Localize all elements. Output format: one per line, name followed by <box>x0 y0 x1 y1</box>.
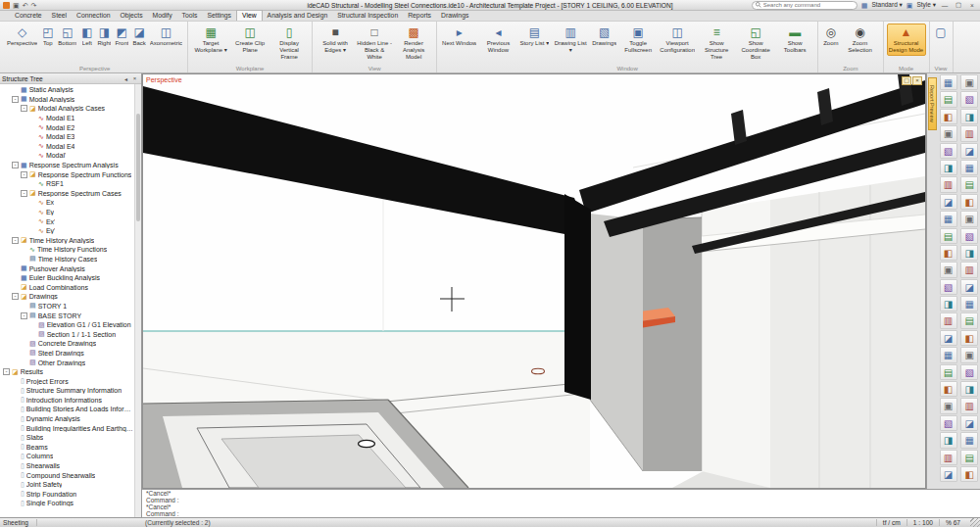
tree-item-joint-safety[interactable]: +▯Joint Safety <box>0 480 134 490</box>
tool-icon[interactable]: ▤ <box>940 364 957 380</box>
tab-steel[interactable]: Steel <box>47 11 73 21</box>
tree-item-introduction-informations[interactable]: +▯Introduction Informations <box>0 396 134 406</box>
zoom-indicator[interactable]: % 67 <box>939 519 966 526</box>
tree-item-single-footings[interactable]: +▯Single Footings <box>0 499 134 508</box>
units-indicator[interactable]: tf / cm <box>876 519 906 526</box>
resize-grip[interactable] <box>970 518 980 527</box>
tab-analysis-and-design[interactable]: Analysis and Design <box>263 11 333 21</box>
viewport-configuration-button[interactable]: ◫Viewport Configuration <box>658 24 697 56</box>
zoom-button[interactable]: ◎Zoom <box>821 24 840 49</box>
tool-icon[interactable]: ◨ <box>940 296 957 311</box>
tab-connection[interactable]: Connection <box>72 11 115 21</box>
layers-icon[interactable]: ▦ <box>861 1 868 10</box>
top-button[interactable]: ◰Top <box>39 24 56 49</box>
previous-window-button[interactable]: ◂Previous Window <box>478 24 517 56</box>
expander-icon[interactable]: - <box>12 162 19 168</box>
tab-concrete[interactable]: Concrete <box>10 11 47 21</box>
model-3d-scene[interactable] <box>143 74 925 488</box>
tool-icon[interactable]: ◨ <box>960 381 978 397</box>
tool-icon[interactable]: ▧ <box>960 91 978 107</box>
axonometric-button[interactable]: ◫Axonometric <box>148 24 184 49</box>
tree-item-time-history-analysis[interactable]: -◪Time History Analysis <box>0 236 134 246</box>
target-workplane-button[interactable]: ▦Target Workplane ▾ <box>191 24 230 56</box>
close-button[interactable]: × <box>967 2 977 9</box>
tool-icon[interactable]: ◪ <box>960 279 978 295</box>
tree-item-results[interactable]: -◪Results <box>0 367 134 377</box>
story-list-button[interactable]: ▤Story List ▾ <box>517 24 551 49</box>
tool-icon[interactable]: ◧ <box>960 330 978 346</box>
save-icon[interactable]: ▣ <box>13 1 20 10</box>
tree-item-steel-drawings[interactable]: +▨Steel Drawings <box>0 349 134 359</box>
hidden-line-black-white-button[interactable]: □Hidden Line - Black & White <box>355 24 394 63</box>
tree-item-ex[interactable]: +∿Ex <box>0 198 134 208</box>
tool-icon[interactable]: ◪ <box>960 415 978 431</box>
back-button[interactable]: ◪Back <box>130 24 147 49</box>
tree-item-other-drawings[interactable]: +▨Other Drawings <box>0 358 134 367</box>
create-clip-plane-button[interactable]: ◫Create Clip Plane <box>230 24 270 56</box>
tree-item-concrete-drawings[interactable]: +▨Concrete Drawings <box>0 339 134 349</box>
walls[interactable] <box>643 176 925 488</box>
tool-icon[interactable]: ▧ <box>940 279 957 295</box>
tree-item-drawings[interactable]: -◪Drawings <box>0 292 134 302</box>
status-mode[interactable]: Sheeting <box>0 519 37 526</box>
tree-item-static-analysis[interactable]: +▦Static Analysis <box>0 85 134 95</box>
tool-icon[interactable]: ▣ <box>960 347 978 362</box>
redo-icon[interactable]: ↷ <box>31 1 37 10</box>
tool-icon[interactable]: ▧ <box>940 415 957 431</box>
tree-item-shearwalls[interactable]: +▯Shearwalls <box>0 461 134 471</box>
tree-item-modal-e4[interactable]: +∿Modal E4 <box>0 142 134 152</box>
tree-item-elevation-g1-g1-elevation[interactable]: +▨Elevation G1 / G1 Elevation <box>0 320 134 330</box>
tab-drawings[interactable]: Drawings <box>436 11 473 21</box>
tree-item-section-1-1-1-section[interactable]: +▨Section 1 / 1-1 Section <box>0 329 134 339</box>
tree-item-dynamic-analysis[interactable]: +▯Dynamic Analysis <box>0 414 134 424</box>
tool-icon[interactable]: ▥ <box>960 125 978 141</box>
tool-icon[interactable]: ▧ <box>960 228 978 244</box>
command-search-box[interactable] <box>752 1 858 10</box>
tree-item-modal-e3[interactable]: +∿Modal E3 <box>0 132 134 142</box>
tree-item-structure-summary-information[interactable]: +▯Structure Summary Information <box>0 386 134 396</box>
show-coordinate-box-button[interactable]: ◱Show Coordinate Box <box>736 24 775 63</box>
tool-icon[interactable]: ▦ <box>940 74 957 90</box>
tree-scrollbar[interactable] <box>134 84 141 517</box>
tool-icon[interactable]: ◨ <box>960 245 978 261</box>
scale-indicator[interactable]: 1 : 100 <box>906 519 939 526</box>
tool-icon[interactable]: ◪ <box>940 330 957 346</box>
perspective-button[interactable]: ◇Perspective <box>5 24 39 49</box>
tool-icon[interactable]: ◪ <box>960 143 978 159</box>
expander-icon[interactable]: - <box>21 190 27 197</box>
tool-icon[interactable]: ▣ <box>960 74 978 90</box>
tree-item-modal[interactable]: +∿Modal' <box>0 151 134 161</box>
ribbon-button[interactable]: ▢ <box>933 24 950 42</box>
expander-icon[interactable]: - <box>3 368 10 375</box>
tree-item-slabs[interactable]: +▯Slabs <box>0 433 134 443</box>
tool-icon[interactable]: ◨ <box>940 432 957 448</box>
viewport-restore-icon[interactable]: ▢ <box>902 76 911 85</box>
tool-icon[interactable]: ▥ <box>960 398 978 413</box>
style-dropdown[interactable]: Style ▾ <box>916 1 936 9</box>
tree-item-time-history-cases[interactable]: +▤Time History Cases <box>0 255 134 264</box>
expander-icon[interactable]: - <box>12 237 19 244</box>
toggle-fullscreen-button[interactable]: ▣Toggle Fullscreen <box>618 24 658 56</box>
report-preview-tab[interactable]: Report Preview <box>928 77 937 130</box>
tool-icon[interactable]: ◧ <box>940 245 957 261</box>
tool-icon[interactable]: ▦ <box>940 347 957 362</box>
structural-design-mode-button[interactable]: ▲Structural Design Mode <box>887 24 926 56</box>
tool-icon[interactable]: ▤ <box>960 176 978 192</box>
tool-icon[interactable]: ▤ <box>960 312 978 328</box>
tool-icon[interactable]: ◧ <box>960 466 978 482</box>
tree-item-pushover-analysis[interactable]: +▦Pushover Analysis <box>0 264 134 273</box>
tool-icon[interactable]: ▥ <box>940 176 957 192</box>
standard-toolbar-dropdown[interactable]: Standard ▾ <box>871 1 902 9</box>
tool-icon[interactable]: ▥ <box>960 262 978 277</box>
solid-with-edges-button[interactable]: ■Solid with Edges ▾ <box>316 24 355 56</box>
close-panel-icon[interactable]: × <box>130 75 139 81</box>
tree-item-modal-e2[interactable]: +∿Modal E2 <box>0 122 134 132</box>
show-structure-tree-button[interactable]: ≡Show Structure Tree <box>697 24 736 63</box>
expander-icon[interactable]: - <box>21 171 27 178</box>
tool-icon[interactable]: ▦ <box>960 296 978 311</box>
front-button[interactable]: ◩Front <box>113 24 130 49</box>
tool-icon[interactable]: ▦ <box>940 211 957 226</box>
tree-item-building-stories-and-loads-information[interactable]: +▯Building Stories And Loads Information <box>0 405 134 414</box>
expander-icon[interactable]: - <box>21 312 27 319</box>
tree-item-project-errors[interactable]: +▯Project Errors <box>0 376 134 386</box>
